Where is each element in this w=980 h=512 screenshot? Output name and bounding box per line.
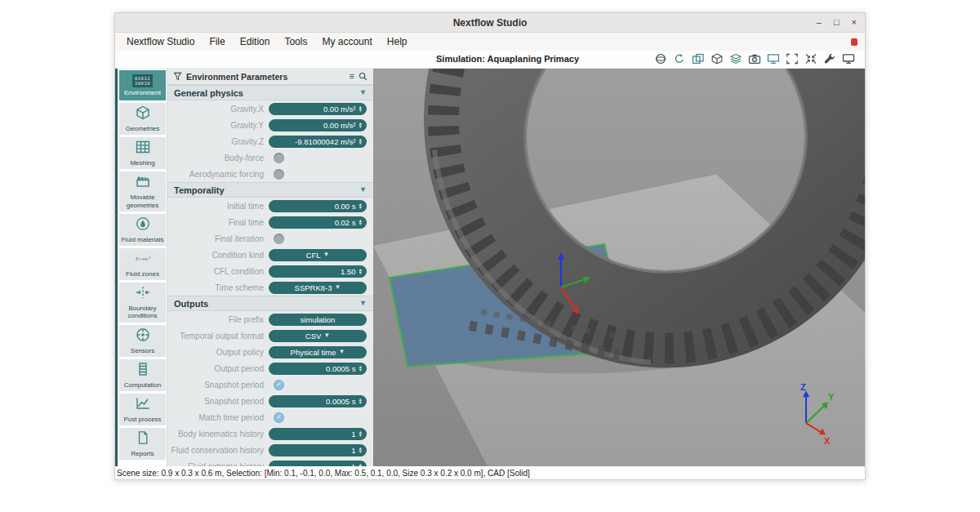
spinner-arrows-icon[interactable]: ▲▼ (359, 105, 363, 113)
dropdown-value: CSV (305, 332, 322, 341)
search-icon[interactable] (359, 72, 368, 81)
snapshot-period-checkbox[interactable]: ✓ (274, 380, 284, 390)
temporal-output-format-dropdown[interactable]: CSV▼ (269, 330, 367, 342)
sidebar-item-label: Sensors (120, 347, 166, 354)
fit-view-icon[interactable] (804, 53, 817, 65)
sidebar-item-sensors[interactable]: Sensors (119, 325, 166, 357)
menu-item-tools[interactable]: Tools (283, 34, 309, 49)
spinner-arrows-icon[interactable]: ▲▼ (359, 203, 363, 210)
section-outputs[interactable]: Outputs ▼ (167, 296, 373, 311)
final-iteration-toggle[interactable] (274, 234, 284, 244)
final-time-spinner[interactable]: 0.02 s▲▼ (269, 216, 367, 229)
condition-kind-dropdown[interactable]: CFL▼ (269, 249, 367, 261)
collapse-caret-icon[interactable]: ▼ (359, 186, 367, 194)
snapshot-period-spinner[interactable]: 0.0005 s▲▼ (269, 395, 367, 407)
sidebar-item-fluid-materials[interactable]: Fluid materials (119, 214, 166, 246)
spinner-arrows-icon[interactable]: ▲▼ (359, 365, 363, 372)
cfl-condition-spinner[interactable]: 1.50▲▼ (269, 265, 367, 278)
output-period-spinner[interactable]: 0.0005 s▲▼ (269, 363, 367, 375)
title-bar[interactable]: Nextflow Studio – □ × (115, 13, 865, 33)
spinner-value: 0.00 m/s² (323, 105, 356, 114)
orbit-view-icon[interactable] (654, 53, 667, 65)
match-time-period-checkbox[interactable]: ✓ (274, 412, 284, 423)
sidebar-item-geometries[interactable]: Geometries (119, 103, 166, 135)
spinner-arrows-icon[interactable]: ▲▼ (359, 447, 363, 454)
sidebar-item-boundary-conditions[interactable]: Boundary conditions (119, 283, 166, 322)
collapse-caret-icon[interactable]: ▼ (359, 89, 367, 96)
spinner-value: 0.0005 s (326, 397, 355, 406)
display-icon[interactable] (842, 53, 855, 65)
dropdown-value: Physical time (291, 348, 336, 357)
gravity-z-spinner[interactable]: -9.81000042 m/s²▲▼ (269, 136, 367, 148)
param-label: Time scheme (171, 283, 264, 292)
alert-indicator-icon[interactable] (851, 38, 858, 46)
fluid-extrema-history-spinner[interactable]: 1▲▼ (269, 461, 367, 467)
caret-down-icon: ▼ (335, 284, 341, 291)
aerodynamic-forcing-toggle[interactable] (274, 169, 284, 180)
environment-parameters-panel: Environment Parameters ≡ General physics… (167, 69, 373, 466)
sidebar-item-label: Fluid materials (120, 236, 166, 243)
param-label: Output policy (171, 348, 264, 357)
menu-item-edition[interactable]: Edition (238, 34, 272, 49)
spinner-arrows-icon[interactable]: ▲▼ (359, 138, 363, 145)
menu-item-app[interactable]: Nextflow Studio (125, 34, 196, 49)
filter-funnel-icon[interactable] (173, 72, 182, 81)
sidebar-item-meshing[interactable]: Meshing (119, 137, 166, 169)
check-icon: ✓ (276, 381, 282, 388)
panel-menu-icon[interactable]: ≡ (350, 72, 354, 81)
spinner-arrows-icon[interactable]: ▲▼ (359, 122, 363, 129)
rotate-view-icon[interactable] (673, 53, 686, 65)
sidebar-item-label: Fluid zones (120, 270, 166, 278)
sidebar-item-environment[interactable]: 01011 10010 Environment (119, 70, 166, 100)
copy-view-icon[interactable] (692, 53, 705, 65)
sidebar-item-post-process[interactable]: Post process (119, 394, 166, 425)
section-general-physics[interactable]: General physics ▼ (167, 85, 373, 100)
param-row: Output policy Physical time▼ (167, 344, 373, 360)
spinner-arrows-icon[interactable]: ▲▼ (359, 398, 363, 405)
caret-down-icon: ▼ (339, 349, 345, 355)
wrench-icon[interactable] (823, 53, 836, 65)
window-title: Nextflow Studio (453, 17, 528, 29)
menu-item-file[interactable]: File (207, 34, 226, 49)
menu-item-help[interactable]: Help (385, 34, 409, 49)
boundary-arrows-icon (135, 285, 151, 303)
body-kinematics-history-spinner[interactable]: 1▲▼ (269, 428, 367, 440)
spinner-arrows-icon[interactable]: ▲▼ (359, 430, 363, 438)
param-label: Gravity.Y (171, 121, 264, 130)
sidebar-item-fluid-zones[interactable]: E=mc² Fluid zones (119, 248, 166, 280)
body-force-toggle[interactable] (274, 153, 284, 163)
cube-view-icon[interactable] (710, 53, 724, 65)
sensor-target-icon (135, 327, 151, 345)
sidebar-item-computation[interactable]: Computation (119, 359, 166, 391)
initial-time-spinner[interactable]: 0.00 s▲▼ (269, 200, 367, 212)
fluid-conservation-history-spinner[interactable]: 1▲▼ (269, 444, 367, 456)
mesh-grid-icon (135, 140, 151, 158)
param-label: Gravity.X (171, 105, 264, 114)
screen-capture-icon[interactable] (767, 53, 780, 65)
spinner-arrows-icon[interactable]: ▲▼ (359, 268, 363, 275)
param-row: Time scheme SSPRK8-3▼ (167, 279, 373, 296)
output-policy-dropdown[interactable]: Physical time▼ (269, 346, 367, 358)
section-temporality[interactable]: Temporality ▼ (167, 182, 373, 198)
time-scheme-dropdown[interactable]: SSPRK8-3▼ (269, 282, 367, 294)
param-row: Fluid conservation history 1▲▼ (167, 442, 373, 458)
param-row: Output period 0.0005 s▲▼ (167, 360, 373, 376)
spinner-value: 1.50 (341, 267, 356, 276)
maximize-button[interactable]: □ (834, 18, 840, 27)
spinner-arrows-icon[interactable]: ▲▼ (359, 219, 363, 226)
camera-icon[interactable] (748, 53, 761, 65)
close-button[interactable]: × (852, 18, 857, 27)
gravity-y-spinner[interactable]: 0.00 m/s²▲▼ (269, 119, 367, 131)
param-label: Snapshot period (171, 381, 264, 390)
sidebar-item-label: Geometries (120, 125, 166, 132)
menu-item-my-account[interactable]: My account (320, 34, 373, 49)
collapse-caret-icon[interactable]: ▼ (359, 300, 367, 307)
file-prefix-input[interactable]: simulation (269, 314, 367, 326)
minimize-button[interactable]: – (817, 18, 822, 27)
sidebar-item-reports[interactable]: Reports (119, 428, 166, 460)
layers-icon[interactable] (729, 53, 742, 65)
fullscreen-icon[interactable] (786, 53, 799, 65)
gravity-x-spinner[interactable]: 0.00 m/s²▲▼ (269, 103, 367, 115)
sidebar-item-movable-geometries[interactable]: Movable geometries (119, 171, 166, 211)
3d-viewport[interactable]: Z Y X (373, 69, 865, 466)
